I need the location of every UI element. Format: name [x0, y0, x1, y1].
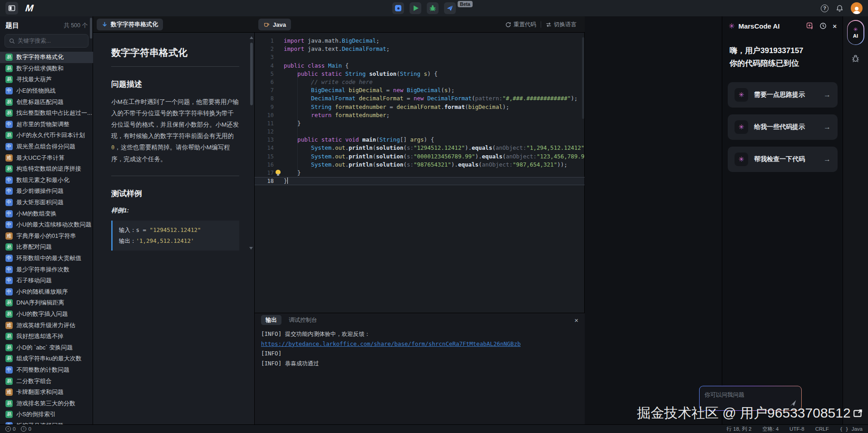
problem-list-item[interactable]: 易DNA序列编辑距离	[0, 297, 93, 309]
run-button[interactable]	[409, 2, 421, 14]
problem-list-item[interactable]: 难字典序最小的01字符串	[0, 231, 93, 242]
code-line[interactable]: 1import java.math.BigDecimal;	[255, 37, 585, 45]
problem-list-item[interactable]: 中小E的怪物挑战	[0, 85, 93, 97]
problem-list-item[interactable]: 易数字字符串格式化	[0, 52, 93, 63]
status-item[interactable]: CRLF	[815, 426, 829, 432]
problem-list-item[interactable]: 易找出整型数组中占比超过一...	[0, 108, 93, 119]
ai-suggestion-card[interactable]: ✳需要一点思路提示→	[728, 82, 838, 108]
difficulty-badge: 中	[5, 288, 13, 295]
problem-list-item[interactable]: 难卡牌翻面求和问题	[0, 387, 93, 398]
description-scrollbar-thumb[interactable]	[250, 43, 253, 105]
help-icon[interactable]: ?	[821, 5, 829, 12]
code-line[interactable]: 4public class Main {	[255, 62, 585, 70]
code-line[interactable]: 8 DecimalFormat decimalFormat = new Deci…	[255, 94, 585, 103]
editor-scrollbar-thumb[interactable]	[582, 37, 584, 119]
sidebar-scrollbar-thumb[interactable]	[90, 18, 92, 39]
problem-list-item[interactable]: 易比赛配对问题	[0, 241, 93, 253]
problem-list-item[interactable]: 中石子移动问题	[0, 275, 93, 286]
problem-list-item[interactable]: 中小R的随机播放顺序	[0, 286, 93, 297]
problem-list-item[interactable]: 中不同整数的计数问题	[0, 364, 93, 376]
problem-list-item[interactable]: 易寻找最大葫芦	[0, 74, 93, 85]
debug-button[interactable]	[427, 2, 439, 14]
marscode-logo[interactable]: M	[25, 3, 33, 14]
code-line[interactable]: 14 System.out.println(solution(s:"129451…	[255, 144, 585, 152]
problem-list-item[interactable]: 易小U的数字插入问题	[0, 309, 93, 320]
feedback-link[interactable]: https://bytedance.larkoffice.com/share/b…	[261, 340, 521, 347]
debug-rail-icon[interactable]	[851, 54, 860, 63]
problem-list-item[interactable]: 易构造特定数组的逆序拼接	[0, 163, 93, 175]
code-line[interactable]: 9 String formattednumber = decimalFormat…	[255, 103, 585, 111]
ai-rail-button[interactable]: ✳ AI	[847, 20, 864, 45]
description-scrollbar[interactable]	[249, 36, 254, 105]
problem-list-item[interactable]: 中最大矩形面积问题	[0, 197, 93, 208]
scroll-up-arrow[interactable]	[250, 36, 253, 39]
problem-list-item[interactable]: 易游戏排名第三大的分数	[0, 398, 93, 409]
code-line[interactable]: 10 return formattednumber;	[255, 111, 585, 119]
problem-list-item[interactable]: 难游戏英雄升级潜力评估	[0, 320, 93, 331]
lightbulb-icon[interactable]	[276, 170, 281, 174]
code-line[interactable]: 11 }	[255, 119, 585, 128]
code-editor[interactable]: 1import java.math.BigDecimal;2import jav…	[255, 33, 585, 313]
problem-list-item[interactable]: 易小S的倒排索引	[0, 409, 93, 420]
problem-list-item[interactable]: 易创意标题匹配问题	[0, 96, 93, 108]
code-line[interactable]: 5 public static String solution(String s…	[255, 70, 585, 78]
tab-output[interactable]: 输出	[261, 315, 281, 325]
console-close-icon[interactable]: ×	[574, 316, 578, 324]
problem-list-item[interactable]: 中小U的最大连续移动次数问题	[0, 219, 93, 231]
token-pl: .	[345, 161, 349, 168]
code-line[interactable]: 12	[255, 128, 585, 136]
code-line[interactable]: 2import java.text.DecimalFormat;	[255, 45, 585, 53]
user-avatar[interactable]	[851, 2, 863, 14]
problem-list-item[interactable]: 中小M的数组变换	[0, 208, 93, 219]
tab-java[interactable]: Java	[258, 19, 291, 30]
tab-debug-console[interactable]: 调试控制台	[289, 316, 317, 324]
ai-suggestion-card[interactable]: ✳帮我检查一下代码→	[728, 147, 838, 172]
problem-list-item[interactable]: 中最少字符串操作次数	[0, 264, 93, 275]
status-item[interactable]: 空格: 4	[762, 426, 779, 433]
scroll-down-arrow[interactable]	[249, 247, 253, 250]
problem-list-item[interactable]: 易小D的 `abc` 变换问题	[0, 342, 93, 353]
problem-list-item[interactable]: 易我好想逃却逃不掉	[0, 331, 93, 342]
code-line[interactable]: 17 }	[255, 169, 585, 177]
history-icon[interactable]	[819, 22, 827, 30]
problem-list-item[interactable]: 中观光景点组合得分问题	[0, 141, 93, 153]
problem-list-item[interactable]: 易组成字符串ku的最大次数	[0, 353, 93, 364]
problem-list-item[interactable]: 中最少前缀操作问题	[0, 186, 93, 197]
problems-summary[interactable]: × 0 ! 0	[5, 426, 31, 432]
code-line[interactable]: 3	[255, 53, 585, 61]
problem-list-item[interactable]: 中环形数组中的最大贡献值	[0, 253, 93, 264]
switch-language-button[interactable]: 切换语言	[546, 21, 577, 29]
code-line[interactable]: 7 BigDecimal bigDecimal = new BigDecimal…	[255, 86, 585, 94]
code-line[interactable]: 15 System.out.println(solution(s:"000012…	[255, 153, 585, 161]
problem-list-item[interactable]: 易二分数字组合	[0, 375, 93, 387]
code-line[interactable]: 18}	[255, 177, 585, 185]
problem-list-item[interactable]: 中饭馆菜品选择问题	[0, 420, 93, 424]
problem-list-item[interactable]: 易小F的永久代币卡回本计划	[0, 130, 93, 141]
status-item[interactable]: 行 18, 列 2	[726, 426, 751, 433]
token-pl: ;	[386, 45, 390, 52]
notifications-bell-icon[interactable]	[836, 5, 843, 12]
problem-list-item[interactable]: 难最大UCC子串计算	[0, 152, 93, 163]
code-line[interactable]: 13 public static void main(String[] args…	[255, 136, 585, 144]
new-chat-icon[interactable]	[806, 22, 814, 30]
status-item[interactable]: { }Java	[840, 426, 863, 432]
code-text: public class Main {	[284, 62, 349, 70]
sidebar-toggle-button[interactable]	[5, 2, 18, 15]
token-type: BigDecimal	[311, 87, 345, 93]
ai-close-icon[interactable]: ×	[833, 22, 837, 30]
problem-list-item[interactable]: 中超市里的货物架调整	[0, 119, 93, 130]
submit-button[interactable]	[444, 2, 456, 14]
token-type: BigDecimal	[342, 37, 376, 44]
problem-paragraph: 小M在工作时遇到了一个问题，他需要将用户输入的不带千分位逗号的数字字符串转换为带…	[111, 96, 239, 165]
status-item[interactable]: UTF-8	[789, 426, 804, 432]
problem-list-item[interactable]: 中数组元素之和最小化	[0, 175, 93, 186]
run-config-button[interactable]	[392, 2, 404, 14]
ai-suggestion-card[interactable]: ✳给我一些代码提示→	[728, 114, 838, 140]
search-input[interactable]: 关键字搜索...	[5, 34, 89, 48]
code-line[interactable]: 6 // write code here	[255, 78, 585, 86]
search-icon	[9, 38, 15, 44]
tab-problem-description[interactable]: 数字字符串格式化	[97, 19, 163, 30]
reset-code-button[interactable]: 重置代码	[505, 21, 536, 29]
problem-list-item[interactable]: 易数字分组求偶数和	[0, 63, 93, 74]
code-line[interactable]: 16 System.out.println(solution(s:"987654…	[255, 161, 585, 169]
